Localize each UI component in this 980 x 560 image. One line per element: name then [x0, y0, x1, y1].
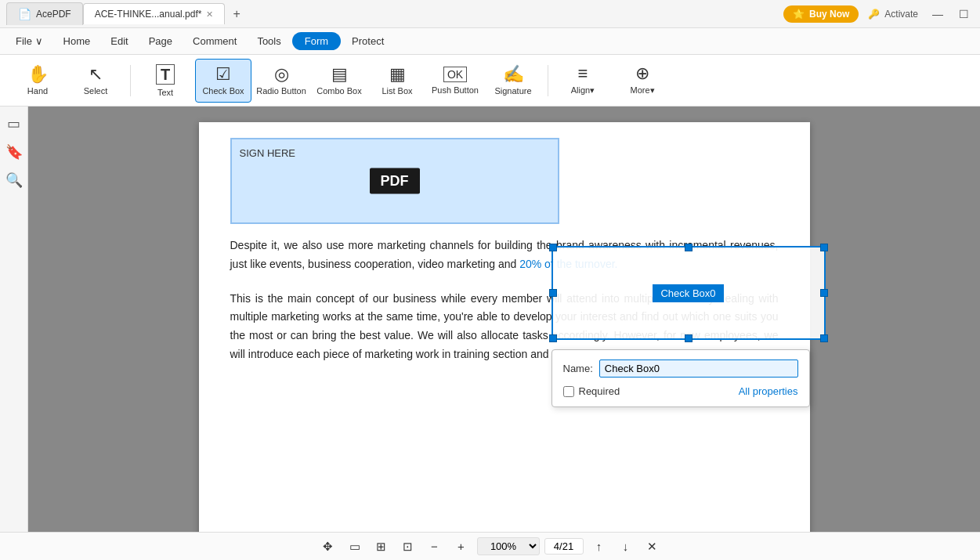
close-button[interactable]: ✕: [642, 536, 664, 558]
tab-document[interactable]: ACE-THINKE...anual.pdf* ✕: [83, 3, 226, 24]
hand-tool-button[interactable]: ✋ Hand: [9, 59, 66, 103]
tab2-label: ACE-THINKE...anual.pdf*: [95, 9, 202, 20]
window-controls: — ☐: [928, 6, 974, 22]
checkbox-element[interactable]: Check Box0: [551, 246, 826, 340]
popup-all-properties-link[interactable]: All properties: [739, 385, 798, 397]
radio-tool-button[interactable]: ◎ Radio Button: [253, 59, 309, 103]
select-label: Select: [84, 86, 108, 96]
signature-icon: ✍: [503, 66, 524, 83]
checkbox-tool-button[interactable]: ☑ Check Box: [195, 59, 251, 103]
tab-acepdf[interactable]: 📄 AcePDF: [6, 2, 83, 25]
text-tool-button[interactable]: T Text: [137, 59, 193, 103]
select-tool-button[interactable]: ↖ Select: [67, 59, 124, 103]
zoom-select[interactable]: 100% 75% 125% 150% 200%: [477, 537, 540, 555]
more-label: More▾: [630, 85, 654, 96]
combo-tool-button[interactable]: ▤ Combo Box: [311, 59, 367, 103]
menu-page[interactable]: Page: [139, 32, 182, 50]
checkbox-icon: ☑: [215, 66, 231, 83]
handle-mid-left[interactable]: [549, 289, 557, 297]
text-icon: T: [156, 64, 175, 85]
form-tools-group: T Text ☑ Check Box ◎ Radio Button ▤ Comb…: [137, 59, 541, 103]
page-input[interactable]: [544, 538, 584, 555]
sidebar-search-button[interactable]: 🔍: [3, 169, 25, 191]
combo-icon: ▤: [331, 66, 348, 83]
text-label: Text: [157, 88, 173, 97]
menu-tools[interactable]: Tools: [248, 32, 290, 50]
activate-button[interactable]: 🔑 Activate: [868, 9, 918, 20]
menu-edit[interactable]: Edit: [101, 32, 137, 50]
move-icon-button[interactable]: ✥: [317, 536, 339, 558]
main-content: SIGN HERE PDF Despite it, we also use mo…: [28, 107, 980, 532]
align-tool-button[interactable]: ≡ Align▾: [555, 59, 611, 103]
handle-top-right[interactable]: [820, 244, 828, 251]
buy-now-button[interactable]: ⭐ Buy Now: [783, 5, 859, 23]
hand-icon: ✋: [27, 66, 49, 83]
signature-tool-button[interactable]: ✍ Signature: [485, 59, 541, 103]
pdf-logo: PDF: [370, 168, 420, 194]
more-icon: ⊕: [635, 65, 649, 82]
pushbtn-icon: OK: [443, 67, 467, 82]
toolbar-separator-1: [130, 65, 131, 96]
titlebar: 📄 AcePDF ACE-THINKE...anual.pdf* ✕ + ⭐ B…: [0, 0, 980, 28]
key-icon: 🔑: [868, 9, 880, 20]
menu-form[interactable]: Form: [292, 32, 341, 50]
handle-top-left[interactable]: [549, 244, 557, 251]
handle-mid-right[interactable]: [820, 289, 828, 297]
tab-close-icon[interactable]: ✕: [206, 9, 213, 20]
statusbar: ✥ ▭ ⊞ ⊡ − + 100% 75% 125% 150% 200% ↑ ↓ …: [0, 532, 980, 560]
properties-popup: Name: Required All properties: [551, 349, 810, 407]
popup-name-input[interactable]: [599, 359, 798, 378]
toolbar: ✋ Hand ↖ Select T Text ☑ Check Box ◎ Rad…: [0, 55, 980, 107]
menu-file[interactable]: File ∨: [6, 32, 52, 50]
popup-name-label: Name:: [563, 363, 593, 374]
menu-home[interactable]: Home: [54, 32, 100, 50]
popup-required-label: Required: [579, 385, 620, 397]
sign-here-label: SIGN HERE: [240, 147, 296, 159]
page-up-button[interactable]: ↑: [588, 536, 610, 558]
popup-required-checkbox[interactable]: [563, 386, 574, 397]
titlebar-controls: ⭐ Buy Now 🔑 Activate — ☐: [783, 5, 974, 23]
sidebar-bookmarks-button[interactable]: 🔖: [3, 141, 25, 163]
radio-label: Radio Button: [256, 86, 306, 96]
listbox-tool-button[interactable]: ▦ List Box: [369, 59, 425, 103]
handle-bottom-left[interactable]: [549, 334, 557, 342]
listbox-label: List Box: [382, 86, 412, 96]
listbox-icon: ▦: [389, 66, 406, 83]
menu-protect[interactable]: Protect: [342, 32, 393, 50]
select-icon: ↖: [89, 66, 103, 83]
maximize-button[interactable]: ☐: [954, 6, 974, 22]
sign-here-box: SIGN HERE PDF: [230, 138, 559, 224]
handle-top-center[interactable]: [685, 244, 693, 251]
zoom-in-button[interactable]: +: [450, 536, 472, 558]
popup-options-row: Required All properties: [563, 385, 798, 397]
more-tool-button[interactable]: ⊕ More▾: [614, 59, 671, 103]
hand-select-group: ✋ Hand ↖ Select: [9, 59, 124, 103]
menubar: File ∨ Home Edit Page Comment Tools Form…: [0, 28, 980, 55]
menu-comment[interactable]: Comment: [183, 32, 246, 50]
radio-icon: ◎: [274, 66, 289, 83]
sidebar-pages-button[interactable]: ▭: [3, 113, 25, 135]
zoom-out-button[interactable]: −: [424, 536, 446, 558]
tab-add-button[interactable]: +: [225, 4, 248, 24]
align-label: Align▾: [571, 85, 595, 96]
popup-name-row: Name:: [563, 359, 798, 378]
popup-required-group: Required: [563, 385, 620, 397]
columns-button[interactable]: ⊞: [371, 536, 392, 558]
app-body: ▭ 🔖 🔍 SIGN HERE PDF Despite it, we also …: [0, 107, 980, 532]
minimize-button[interactable]: —: [928, 6, 948, 22]
page-down-button[interactable]: ↓: [615, 536, 637, 558]
pdf-page: SIGN HERE PDF Despite it, we also use mo…: [199, 122, 810, 532]
pushbtn-label: Push Button: [432, 85, 479, 95]
handle-bottom-center[interactable]: [685, 334, 693, 342]
handle-bottom-right[interactable]: [820, 334, 828, 342]
align-icon: ≡: [578, 65, 588, 82]
hand-label: Hand: [27, 86, 48, 96]
fit-button[interactable]: ⊡: [397, 536, 419, 558]
crop-button[interactable]: ▭: [344, 536, 366, 558]
pushbtn-tool-button[interactable]: OK Push Button: [427, 59, 483, 103]
signature-label: Signature: [494, 86, 531, 96]
tab1-label: AcePDF: [36, 9, 71, 20]
combo-label: Combo Box: [316, 86, 361, 96]
toolbar-separator-2: [548, 65, 548, 96]
checkbox-element-label: Check Box0: [653, 284, 723, 302]
